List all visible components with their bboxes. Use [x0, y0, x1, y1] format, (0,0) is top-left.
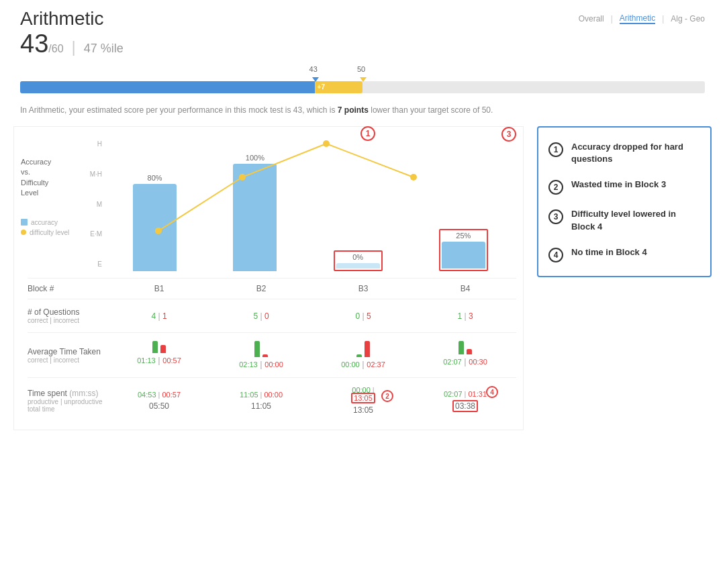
questions-b1: 4 | 1	[136, 311, 183, 321]
time-spent-label: Time spent (mm:ss) productive | unproduc…	[28, 389, 108, 413]
nav-overall[interactable]: Overall	[579, 14, 604, 23]
nav-separator-2: |	[662, 14, 664, 23]
annotation-4: 4 No time in Block 4	[548, 246, 700, 262]
annotation-1: 1 Accuracy dropped for hard questions	[548, 141, 700, 165]
badge-4: 4	[486, 386, 498, 398]
score-percentile: 47 %ile	[84, 42, 124, 56]
questions-b3: 0 | 5	[340, 311, 387, 321]
time-spent-b3: 00:00 | 13:05 13:05 2	[340, 386, 387, 415]
avg-time-b3: 00:00 | 02:37	[340, 341, 387, 369]
y-label-H: H	[85, 140, 102, 148]
badge-3-wrapper: 3	[501, 127, 516, 142]
bar-b4-label: 25%	[456, 232, 471, 240]
badge-2: 2	[381, 390, 393, 402]
progress-bar: +7	[20, 81, 705, 93]
avg-time-b1: 01:13 | 00:57	[136, 341, 183, 369]
nav-separator-1: |	[611, 14, 613, 23]
block-b2: B2	[238, 284, 285, 293]
badge-3: 3	[501, 127, 516, 142]
questions-b2: 5 | 0	[238, 311, 285, 321]
time-spent-b2: 11:05 | 00:00 11:05	[238, 391, 285, 411]
annotations-panel: 1 Accuracy dropped for hard questions 2 …	[537, 126, 712, 277]
block-b3: B3	[340, 284, 387, 293]
bar-b4: 25%	[439, 229, 488, 271]
bar-b2-label: 100%	[246, 154, 264, 162]
time-spent-b4: 02:07 | 01:31 03:38 4	[442, 390, 489, 411]
block-b4: B4	[442, 284, 489, 293]
bar-b3: 0% 1	[334, 250, 383, 271]
y-label-EM: E·M	[85, 230, 102, 238]
badge-1: 1	[360, 126, 375, 141]
questions-label: # of Questions correct | incorrect	[28, 307, 108, 324]
avg-time-label: Average Time Taken correct | incorrect	[28, 347, 108, 364]
time-spent-b1: 04:53 | 00:57 05:50	[136, 391, 183, 411]
nav-alg-geo[interactable]: Alg - Geo	[671, 14, 705, 23]
bar-b1: 80%	[133, 174, 177, 271]
score-description: In Arithmetic, your estimated score per …	[0, 99, 725, 126]
nav-arithmetic[interactable]: Arithmetic	[620, 13, 655, 24]
score-value: 43/60	[20, 30, 64, 58]
avg-time-b4: 02:07 | 00:30	[442, 341, 489, 369]
page-title: Arithmetic	[20, 8, 103, 30]
annotation-3: 3 Difficulty level lowered in Block 4	[548, 208, 700, 232]
block-b1: B1	[136, 284, 183, 293]
y-label-MH: M·H	[85, 170, 102, 178]
y-label-M: M	[85, 201, 102, 208]
header-nav: Overall | Arithmetic | Alg - Geo	[579, 13, 705, 24]
svg-point-6	[410, 174, 417, 181]
annotation-2: 2 Wasted time in Block 3	[548, 179, 700, 195]
score-divider: |	[72, 38, 76, 56]
bar-b1-label: 80%	[148, 174, 162, 182]
questions-b4: 1 | 3	[442, 311, 489, 321]
avg-time-b2: 02:13 | 00:00	[238, 341, 285, 369]
legend-difficulty: difficulty level	[30, 229, 69, 236]
legend-accuracy: accuracy	[31, 219, 58, 226]
block-label: Block #	[28, 284, 108, 293]
bar-b3-label: 0%	[352, 253, 363, 261]
svg-line-2	[326, 144, 414, 177]
svg-point-5	[323, 140, 330, 147]
y-label-E: E	[85, 260, 102, 268]
bar-b2: 100%	[233, 154, 277, 271]
chart-label: Accuracy vs. Difficulty Level	[21, 157, 81, 199]
